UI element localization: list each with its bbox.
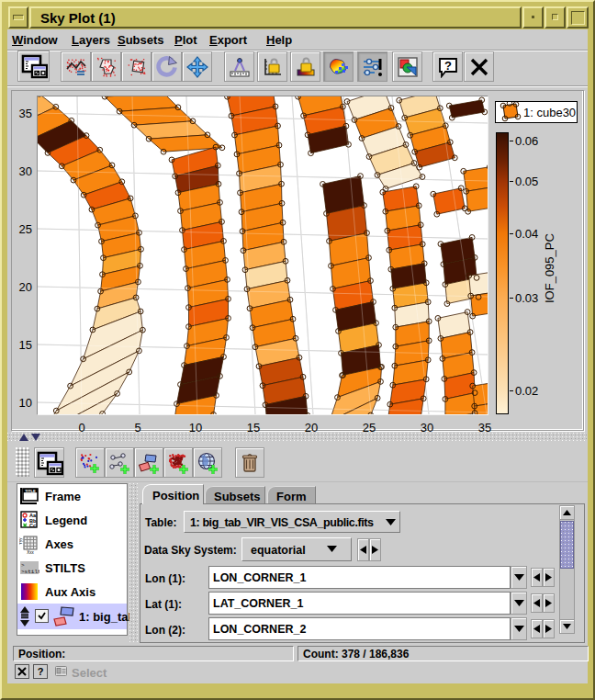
- svg-text:Cc: Cc: [29, 523, 36, 528]
- svg-text:?: ?: [444, 58, 452, 72]
- svg-text:Yyy: Yyy: [19, 537, 23, 545]
- svg-text:Xxx: Xxx: [27, 550, 34, 555]
- svg-text:>stilts: >stilts: [21, 569, 39, 575]
- svg-text:TITLE: TITLE: [25, 489, 36, 493]
